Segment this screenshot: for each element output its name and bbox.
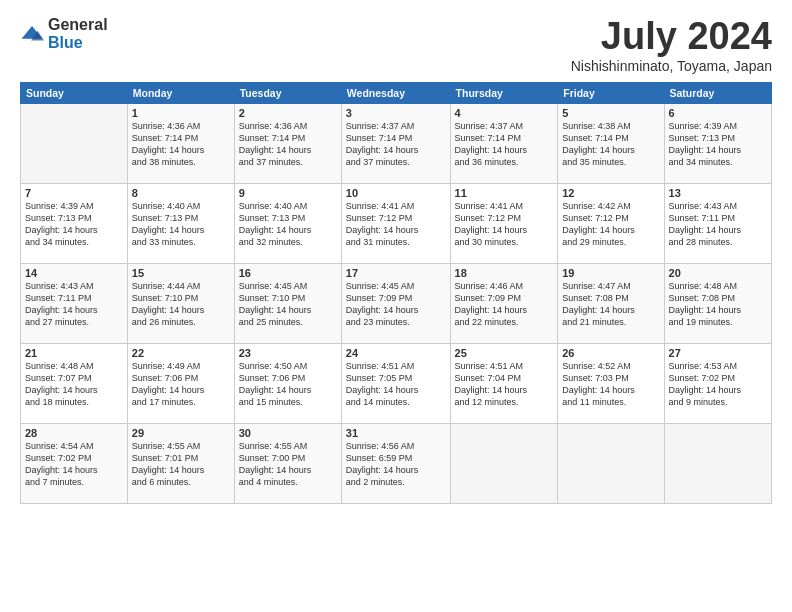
- day-info: Sunrise: 4:47 AM Sunset: 7:08 PM Dayligh…: [562, 280, 659, 329]
- header-friday: Friday: [558, 82, 664, 103]
- day-info: Sunrise: 4:36 AM Sunset: 7:14 PM Dayligh…: [239, 120, 337, 169]
- day-number: 31: [346, 427, 446, 439]
- calendar-week-2: 14Sunrise: 4:43 AM Sunset: 7:11 PM Dayli…: [21, 263, 772, 343]
- header-thursday: Thursday: [450, 82, 558, 103]
- table-row: 5Sunrise: 4:38 AM Sunset: 7:14 PM Daylig…: [558, 103, 664, 183]
- day-info: Sunrise: 4:45 AM Sunset: 7:10 PM Dayligh…: [239, 280, 337, 329]
- day-number: 12: [562, 187, 659, 199]
- day-number: 23: [239, 347, 337, 359]
- table-row: 28Sunrise: 4:54 AM Sunset: 7:02 PM Dayli…: [21, 423, 128, 503]
- day-info: Sunrise: 4:55 AM Sunset: 7:00 PM Dayligh…: [239, 440, 337, 489]
- day-info: Sunrise: 4:45 AM Sunset: 7:09 PM Dayligh…: [346, 280, 446, 329]
- day-number: 8: [132, 187, 230, 199]
- day-number: 5: [562, 107, 659, 119]
- table-row: 26Sunrise: 4:52 AM Sunset: 7:03 PM Dayli…: [558, 343, 664, 423]
- table-row: 4Sunrise: 4:37 AM Sunset: 7:14 PM Daylig…: [450, 103, 558, 183]
- table-row: 16Sunrise: 4:45 AM Sunset: 7:10 PM Dayli…: [234, 263, 341, 343]
- day-number: 9: [239, 187, 337, 199]
- table-row: [558, 423, 664, 503]
- day-info: Sunrise: 4:43 AM Sunset: 7:11 PM Dayligh…: [669, 200, 767, 249]
- day-number: 20: [669, 267, 767, 279]
- table-row: 25Sunrise: 4:51 AM Sunset: 7:04 PM Dayli…: [450, 343, 558, 423]
- day-info: Sunrise: 4:49 AM Sunset: 7:06 PM Dayligh…: [132, 360, 230, 409]
- table-row: 23Sunrise: 4:50 AM Sunset: 7:06 PM Dayli…: [234, 343, 341, 423]
- table-row: 27Sunrise: 4:53 AM Sunset: 7:02 PM Dayli…: [664, 343, 771, 423]
- table-row: [664, 423, 771, 503]
- header-sunday: Sunday: [21, 82, 128, 103]
- month-title: July 2024: [571, 16, 772, 58]
- day-number: 6: [669, 107, 767, 119]
- day-info: Sunrise: 4:39 AM Sunset: 7:13 PM Dayligh…: [669, 120, 767, 169]
- table-row: 8Sunrise: 4:40 AM Sunset: 7:13 PM Daylig…: [127, 183, 234, 263]
- table-row: 22Sunrise: 4:49 AM Sunset: 7:06 PM Dayli…: [127, 343, 234, 423]
- day-info: Sunrise: 4:39 AM Sunset: 7:13 PM Dayligh…: [25, 200, 123, 249]
- header-tuesday: Tuesday: [234, 82, 341, 103]
- day-number: 4: [455, 107, 554, 119]
- calendar-week-1: 7Sunrise: 4:39 AM Sunset: 7:13 PM Daylig…: [21, 183, 772, 263]
- table-row: 9Sunrise: 4:40 AM Sunset: 7:13 PM Daylig…: [234, 183, 341, 263]
- day-number: 3: [346, 107, 446, 119]
- location-title: Nishishinminato, Toyama, Japan: [571, 58, 772, 74]
- page: General Blue July 2024 Nishishinminato, …: [0, 0, 792, 612]
- header-saturday: Saturday: [664, 82, 771, 103]
- table-row: 7Sunrise: 4:39 AM Sunset: 7:13 PM Daylig…: [21, 183, 128, 263]
- table-row: 29Sunrise: 4:55 AM Sunset: 7:01 PM Dayli…: [127, 423, 234, 503]
- table-row: [450, 423, 558, 503]
- table-row: 20Sunrise: 4:48 AM Sunset: 7:08 PM Dayli…: [664, 263, 771, 343]
- table-row: [21, 103, 128, 183]
- logo-general: General: [48, 16, 108, 33]
- day-info: Sunrise: 4:40 AM Sunset: 7:13 PM Dayligh…: [132, 200, 230, 249]
- table-row: 1Sunrise: 4:36 AM Sunset: 7:14 PM Daylig…: [127, 103, 234, 183]
- logo: General Blue: [20, 16, 108, 52]
- day-info: Sunrise: 4:51 AM Sunset: 7:05 PM Dayligh…: [346, 360, 446, 409]
- day-info: Sunrise: 4:53 AM Sunset: 7:02 PM Dayligh…: [669, 360, 767, 409]
- day-number: 29: [132, 427, 230, 439]
- table-row: 15Sunrise: 4:44 AM Sunset: 7:10 PM Dayli…: [127, 263, 234, 343]
- table-row: 31Sunrise: 4:56 AM Sunset: 6:59 PM Dayli…: [341, 423, 450, 503]
- day-number: 7: [25, 187, 123, 199]
- logo-blue: Blue: [48, 34, 83, 51]
- table-row: 14Sunrise: 4:43 AM Sunset: 7:11 PM Dayli…: [21, 263, 128, 343]
- day-info: Sunrise: 4:48 AM Sunset: 7:08 PM Dayligh…: [669, 280, 767, 329]
- table-row: 12Sunrise: 4:42 AM Sunset: 7:12 PM Dayli…: [558, 183, 664, 263]
- day-info: Sunrise: 4:41 AM Sunset: 7:12 PM Dayligh…: [455, 200, 554, 249]
- day-number: 13: [669, 187, 767, 199]
- table-row: 11Sunrise: 4:41 AM Sunset: 7:12 PM Dayli…: [450, 183, 558, 263]
- header-monday: Monday: [127, 82, 234, 103]
- header-wednesday: Wednesday: [341, 82, 450, 103]
- title-block: July 2024 Nishishinminato, Toyama, Japan: [571, 16, 772, 74]
- day-number: 25: [455, 347, 554, 359]
- table-row: 6Sunrise: 4:39 AM Sunset: 7:13 PM Daylig…: [664, 103, 771, 183]
- logo-icon: [20, 24, 44, 44]
- day-info: Sunrise: 4:54 AM Sunset: 7:02 PM Dayligh…: [25, 440, 123, 489]
- table-row: 2Sunrise: 4:36 AM Sunset: 7:14 PM Daylig…: [234, 103, 341, 183]
- day-info: Sunrise: 4:40 AM Sunset: 7:13 PM Dayligh…: [239, 200, 337, 249]
- table-row: 10Sunrise: 4:41 AM Sunset: 7:12 PM Dayli…: [341, 183, 450, 263]
- day-info: Sunrise: 4:55 AM Sunset: 7:01 PM Dayligh…: [132, 440, 230, 489]
- table-row: 24Sunrise: 4:51 AM Sunset: 7:05 PM Dayli…: [341, 343, 450, 423]
- day-info: Sunrise: 4:43 AM Sunset: 7:11 PM Dayligh…: [25, 280, 123, 329]
- day-number: 27: [669, 347, 767, 359]
- calendar-week-3: 21Sunrise: 4:48 AM Sunset: 7:07 PM Dayli…: [21, 343, 772, 423]
- day-info: Sunrise: 4:38 AM Sunset: 7:14 PM Dayligh…: [562, 120, 659, 169]
- day-number: 28: [25, 427, 123, 439]
- calendar-week-4: 28Sunrise: 4:54 AM Sunset: 7:02 PM Dayli…: [21, 423, 772, 503]
- logo-text: General Blue: [48, 16, 108, 52]
- table-row: 17Sunrise: 4:45 AM Sunset: 7:09 PM Dayli…: [341, 263, 450, 343]
- day-number: 17: [346, 267, 446, 279]
- calendar-week-0: 1Sunrise: 4:36 AM Sunset: 7:14 PM Daylig…: [21, 103, 772, 183]
- day-number: 18: [455, 267, 554, 279]
- table-row: 21Sunrise: 4:48 AM Sunset: 7:07 PM Dayli…: [21, 343, 128, 423]
- day-number: 24: [346, 347, 446, 359]
- day-info: Sunrise: 4:50 AM Sunset: 7:06 PM Dayligh…: [239, 360, 337, 409]
- table-row: 18Sunrise: 4:46 AM Sunset: 7:09 PM Dayli…: [450, 263, 558, 343]
- calendar-table: Sunday Monday Tuesday Wednesday Thursday…: [20, 82, 772, 504]
- day-info: Sunrise: 4:48 AM Sunset: 7:07 PM Dayligh…: [25, 360, 123, 409]
- calendar-header-row: Sunday Monday Tuesday Wednesday Thursday…: [21, 82, 772, 103]
- day-number: 10: [346, 187, 446, 199]
- day-number: 19: [562, 267, 659, 279]
- day-number: 1: [132, 107, 230, 119]
- day-number: 15: [132, 267, 230, 279]
- table-row: 30Sunrise: 4:55 AM Sunset: 7:00 PM Dayli…: [234, 423, 341, 503]
- day-info: Sunrise: 4:51 AM Sunset: 7:04 PM Dayligh…: [455, 360, 554, 409]
